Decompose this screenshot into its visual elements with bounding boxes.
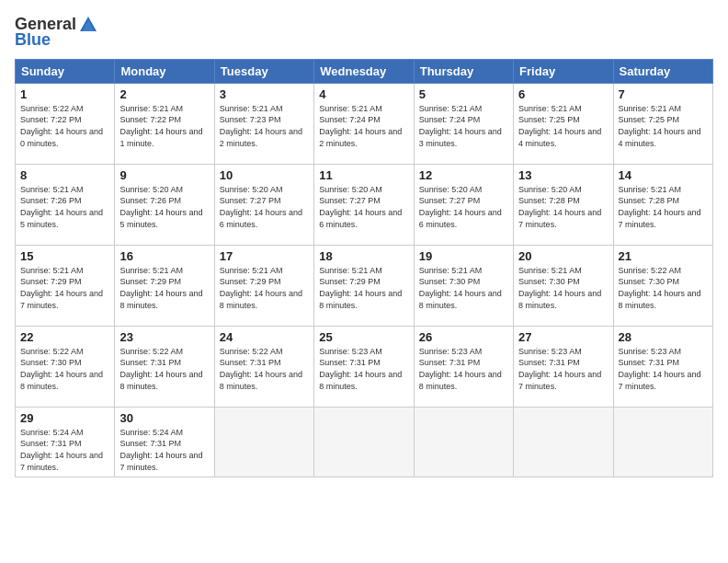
day-info: Sunrise: 5:21 AMSunset: 7:26 PMDaylight:… <box>20 184 109 230</box>
calendar-cell: 6Sunrise: 5:21 AMSunset: 7:25 PMDaylight… <box>514 83 613 164</box>
day-number: 29 <box>20 411 109 425</box>
day-info: Sunrise: 5:20 AMSunset: 7:26 PMDaylight:… <box>119 184 209 230</box>
day-number: 23 <box>119 330 209 344</box>
calendar-cell: 30Sunrise: 5:24 AMSunset: 7:31 PMDayligh… <box>115 407 214 477</box>
day-info: Sunrise: 5:21 AMSunset: 7:25 PMDaylight:… <box>518 103 608 149</box>
calendar-cell: 3Sunrise: 5:21 AMSunset: 7:23 PMDaylight… <box>214 83 313 164</box>
calendar-cell: 28Sunrise: 5:23 AMSunset: 7:31 PMDayligh… <box>613 326 712 407</box>
column-header-thursday: Thursday <box>414 59 513 83</box>
day-info: Sunrise: 5:20 AMSunset: 7:27 PMDaylight:… <box>220 184 309 230</box>
day-info: Sunrise: 5:23 AMSunset: 7:31 PMDaylight:… <box>518 346 608 392</box>
day-info: Sunrise: 5:21 AMSunset: 7:23 PMDaylight:… <box>220 103 309 149</box>
day-info: Sunrise: 5:20 AMSunset: 7:27 PMDaylight:… <box>419 184 508 230</box>
day-info: Sunrise: 5:22 AMSunset: 7:30 PMDaylight:… <box>619 265 708 311</box>
day-number: 8 <box>20 168 109 182</box>
header: General Blue <box>15 15 713 50</box>
calendar-week-row: 22Sunrise: 5:22 AMSunset: 7:30 PMDayligh… <box>16 326 713 407</box>
calendar-cell: 14Sunrise: 5:21 AMSunset: 7:28 PMDayligh… <box>613 164 712 245</box>
day-info: Sunrise: 5:21 AMSunset: 7:30 PMDaylight:… <box>518 265 608 311</box>
calendar-cell: 16Sunrise: 5:21 AMSunset: 7:29 PMDayligh… <box>115 245 214 326</box>
calendar-cell: 26Sunrise: 5:23 AMSunset: 7:31 PMDayligh… <box>414 326 513 407</box>
calendar-cell: 25Sunrise: 5:23 AMSunset: 7:31 PMDayligh… <box>314 326 414 407</box>
column-header-monday: Monday <box>115 59 214 83</box>
calendar-cell: 15Sunrise: 5:21 AMSunset: 7:29 PMDayligh… <box>16 245 115 326</box>
calendar-cell: 29Sunrise: 5:24 AMSunset: 7:31 PMDayligh… <box>16 407 115 477</box>
day-info: Sunrise: 5:22 AMSunset: 7:30 PMDaylight:… <box>20 346 109 392</box>
day-number: 14 <box>619 168 708 182</box>
calendar-cell: 18Sunrise: 5:21 AMSunset: 7:29 PMDayligh… <box>314 245 414 326</box>
day-info: Sunrise: 5:22 AMSunset: 7:31 PMDaylight:… <box>220 346 309 392</box>
day-number: 27 <box>518 330 608 344</box>
day-number: 26 <box>419 330 508 344</box>
column-header-tuesday: Tuesday <box>214 59 313 83</box>
day-number: 28 <box>619 330 708 344</box>
logo-blue: Blue <box>15 31 98 50</box>
day-info: Sunrise: 5:21 AMSunset: 7:24 PMDaylight:… <box>419 103 508 149</box>
calendar-cell: 1Sunrise: 5:22 AMSunset: 7:22 PMDaylight… <box>16 83 115 164</box>
calendar-cell <box>414 407 513 477</box>
calendar-cell: 8Sunrise: 5:21 AMSunset: 7:26 PMDaylight… <box>16 164 115 245</box>
day-info: Sunrise: 5:21 AMSunset: 7:22 PMDaylight:… <box>119 103 209 149</box>
day-info: Sunrise: 5:21 AMSunset: 7:29 PMDaylight:… <box>119 265 209 311</box>
day-number: 9 <box>119 168 209 182</box>
day-info: Sunrise: 5:24 AMSunset: 7:31 PMDaylight:… <box>20 427 109 473</box>
day-number: 12 <box>419 168 508 182</box>
day-number: 19 <box>419 249 508 263</box>
day-number: 20 <box>518 249 608 263</box>
calendar-cell: 24Sunrise: 5:22 AMSunset: 7:31 PMDayligh… <box>214 326 313 407</box>
day-info: Sunrise: 5:20 AMSunset: 7:27 PMDaylight:… <box>319 184 408 230</box>
day-number: 22 <box>20 330 109 344</box>
day-info: Sunrise: 5:20 AMSunset: 7:28 PMDaylight:… <box>518 184 608 230</box>
calendar-cell: 7Sunrise: 5:21 AMSunset: 7:25 PMDaylight… <box>613 83 712 164</box>
day-info: Sunrise: 5:24 AMSunset: 7:31 PMDaylight:… <box>119 427 209 473</box>
day-info: Sunrise: 5:21 AMSunset: 7:29 PMDaylight:… <box>319 265 408 311</box>
column-header-wednesday: Wednesday <box>314 59 414 83</box>
calendar-cell <box>514 407 613 477</box>
day-number: 24 <box>220 330 309 344</box>
calendar-cell: 5Sunrise: 5:21 AMSunset: 7:24 PMDaylight… <box>414 83 513 164</box>
day-info: Sunrise: 5:21 AMSunset: 7:28 PMDaylight:… <box>619 184 708 230</box>
day-number: 10 <box>220 168 309 182</box>
calendar-cell: 23Sunrise: 5:22 AMSunset: 7:31 PMDayligh… <box>115 326 214 407</box>
day-number: 21 <box>619 249 708 263</box>
calendar-cell <box>613 407 712 477</box>
calendar-cell: 10Sunrise: 5:20 AMSunset: 7:27 PMDayligh… <box>214 164 313 245</box>
calendar-cell: 4Sunrise: 5:21 AMSunset: 7:24 PMDaylight… <box>314 83 414 164</box>
calendar: SundayMondayTuesdayWednesdayThursdayFrid… <box>15 59 713 477</box>
day-number: 3 <box>220 87 309 101</box>
day-number: 18 <box>319 249 408 263</box>
day-number: 4 <box>319 87 408 101</box>
calendar-cell: 21Sunrise: 5:22 AMSunset: 7:30 PMDayligh… <box>613 245 712 326</box>
day-number: 11 <box>319 168 408 182</box>
calendar-cell: 17Sunrise: 5:21 AMSunset: 7:29 PMDayligh… <box>214 245 313 326</box>
day-number: 15 <box>20 249 109 263</box>
calendar-cell: 11Sunrise: 5:20 AMSunset: 7:27 PMDayligh… <box>314 164 414 245</box>
calendar-week-row: 29Sunrise: 5:24 AMSunset: 7:31 PMDayligh… <box>16 407 713 477</box>
calendar-cell: 2Sunrise: 5:21 AMSunset: 7:22 PMDaylight… <box>115 83 214 164</box>
day-info: Sunrise: 5:23 AMSunset: 7:31 PMDaylight:… <box>319 346 408 392</box>
column-header-sunday: Sunday <box>16 59 115 83</box>
column-header-friday: Friday <box>514 59 613 83</box>
day-number: 2 <box>119 87 209 101</box>
day-number: 30 <box>119 411 209 425</box>
calendar-cell: 9Sunrise: 5:20 AMSunset: 7:26 PMDaylight… <box>115 164 214 245</box>
day-info: Sunrise: 5:21 AMSunset: 7:29 PMDaylight:… <box>220 265 309 311</box>
calendar-cell <box>314 407 414 477</box>
day-info: Sunrise: 5:23 AMSunset: 7:31 PMDaylight:… <box>619 346 708 392</box>
day-number: 6 <box>518 87 608 101</box>
day-info: Sunrise: 5:22 AMSunset: 7:31 PMDaylight:… <box>119 346 209 392</box>
day-info: Sunrise: 5:23 AMSunset: 7:31 PMDaylight:… <box>419 346 508 392</box>
day-info: Sunrise: 5:22 AMSunset: 7:22 PMDaylight:… <box>20 103 109 149</box>
day-number: 13 <box>518 168 608 182</box>
day-number: 25 <box>319 330 408 344</box>
calendar-cell: 22Sunrise: 5:22 AMSunset: 7:30 PMDayligh… <box>16 326 115 407</box>
calendar-cell <box>214 407 313 477</box>
day-info: Sunrise: 5:21 AMSunset: 7:24 PMDaylight:… <box>319 103 408 149</box>
day-info: Sunrise: 5:21 AMSunset: 7:25 PMDaylight:… <box>619 103 708 149</box>
calendar-cell: 20Sunrise: 5:21 AMSunset: 7:30 PMDayligh… <box>514 245 613 326</box>
day-number: 7 <box>619 87 708 101</box>
calendar-cell: 13Sunrise: 5:20 AMSunset: 7:28 PMDayligh… <box>514 164 613 245</box>
day-number: 16 <box>119 249 209 263</box>
day-number: 17 <box>220 249 309 263</box>
calendar-week-row: 1Sunrise: 5:22 AMSunset: 7:22 PMDaylight… <box>16 83 713 164</box>
